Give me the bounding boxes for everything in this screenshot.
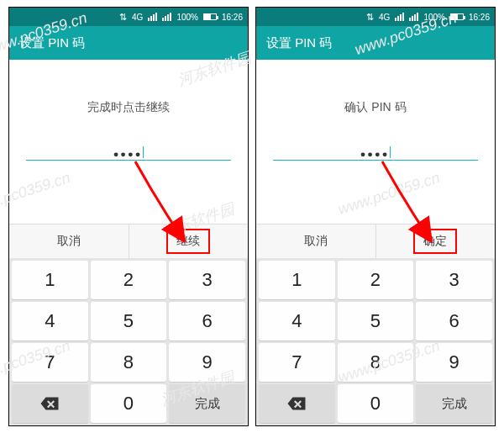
battery-pct: 100% [176, 13, 198, 22]
key-done[interactable]: 完成 [416, 384, 492, 423]
key-3[interactable]: 3 [169, 261, 245, 299]
instruction-text: 确认 PIN 码 [344, 100, 406, 115]
screenshot-left: ⇅ 4G 100% 16:26 设置 PIN 码 完成时点击继续 ●●●● 取消… [8, 7, 249, 426]
key-backspace[interactable] [12, 384, 88, 423]
wifi-icon: ⇅ [119, 12, 127, 23]
key-4[interactable]: 4 [259, 302, 335, 341]
numeric-keypad: 1 2 3 4 5 6 7 8 9 0 完成 [256, 258, 495, 425]
signal-icon [148, 13, 157, 21]
continue-button[interactable]: 继续 [129, 224, 249, 258]
signal-icon [409, 13, 418, 21]
key-2[interactable]: 2 [91, 261, 167, 299]
instruction-text: 完成时点击继续 [87, 100, 170, 115]
signal-icon [395, 13, 404, 21]
wifi-icon: ⇅ [366, 12, 374, 23]
status-bar: ⇅ 4G 100% 16:26 [9, 8, 248, 26]
key-0[interactable]: 0 [338, 384, 414, 423]
clock: 16:26 [222, 13, 243, 22]
page-title: 设置 PIN 码 [9, 26, 248, 60]
key-backspace[interactable] [259, 384, 335, 423]
text-cursor [390, 146, 391, 158]
status-bar: ⇅ 4G 100% 16:26 [256, 8, 495, 26]
key-1[interactable]: 1 [12, 261, 88, 299]
confirm-label: 确定 [423, 234, 447, 247]
confirm-button[interactable]: 确定 [375, 224, 496, 258]
continue-label: 继续 [176, 234, 200, 247]
battery-icon [450, 13, 464, 20]
backspace-icon [39, 396, 60, 411]
key-9[interactable]: 9 [169, 343, 245, 382]
battery-pct: 100% [423, 13, 445, 22]
key-3[interactable]: 3 [416, 261, 492, 299]
key-7[interactable]: 7 [259, 343, 335, 382]
cancel-button[interactable]: 取消 [256, 224, 375, 258]
network-label: 4G [132, 13, 143, 22]
key-6[interactable]: 6 [416, 302, 492, 341]
key-8[interactable]: 8 [338, 343, 414, 382]
page-title: 设置 PIN 码 [256, 26, 495, 60]
pin-input[interactable]: ●●●● [273, 144, 478, 161]
key-1[interactable]: 1 [259, 261, 335, 299]
key-4[interactable]: 4 [12, 302, 88, 341]
pin-dots: ●●●● [113, 149, 143, 159]
network-label: 4G [379, 13, 390, 22]
text-cursor [143, 146, 144, 158]
pin-input[interactable]: ●●●● [26, 144, 231, 161]
clock: 16:26 [469, 13, 490, 22]
key-7[interactable]: 7 [12, 343, 88, 382]
key-2[interactable]: 2 [338, 261, 414, 299]
key-5[interactable]: 5 [91, 302, 167, 341]
battery-icon [203, 13, 217, 20]
key-8[interactable]: 8 [91, 343, 167, 382]
signal-icon [162, 13, 171, 21]
numeric-keypad: 1 2 3 4 5 6 7 8 9 0 完成 [9, 258, 248, 425]
key-9[interactable]: 9 [416, 343, 492, 382]
key-done[interactable]: 完成 [169, 384, 245, 423]
backspace-icon [286, 396, 307, 411]
cancel-button[interactable]: 取消 [9, 224, 129, 258]
key-6[interactable]: 6 [169, 302, 245, 341]
key-0[interactable]: 0 [91, 384, 167, 423]
key-5[interactable]: 5 [338, 302, 414, 341]
pin-dots: ●●●● [360, 149, 390, 159]
screenshot-right: ⇅ 4G 100% 16:26 设置 PIN 码 确认 PIN 码 ●●●● 取… [255, 7, 496, 426]
